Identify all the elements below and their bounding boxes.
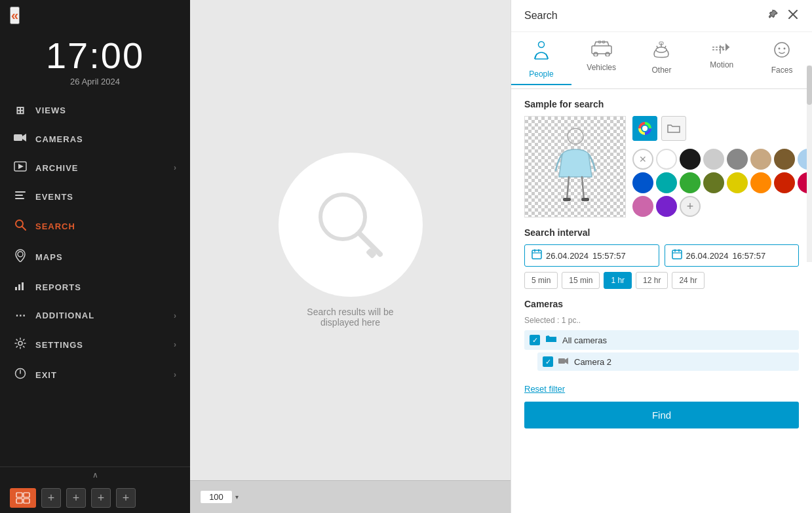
sidebar-item-label: ARCHIVE [35,163,79,173]
panel-title: Search [524,10,558,22]
sidebar-item-reports[interactable]: REPORTS [0,273,190,301]
color-swatch-green[interactable] [680,172,701,193]
add-view-button-3[interactable]: + [91,488,111,508]
exit-chevron: › [174,370,177,379]
svg-rect-19 [24,499,29,503]
sidebar-item-maps[interactable]: MAPS [0,241,190,273]
collapse-button[interactable]: « [10,7,20,24]
color-swatch-purple[interactable] [656,196,677,217]
sidebar-item-settings[interactable]: SETTINGS › [0,330,190,360]
sidebar-item-views[interactable]: ⊞ VIEWS [0,96,190,124]
color-swatch-olive[interactable] [703,172,724,193]
color-swatch-pink[interactable] [632,196,653,217]
quick-time-5min[interactable]: 5 min [524,272,558,289]
camera-row-2[interactable]: Camera 2 [537,352,799,371]
color-swatch-add[interactable]: + [680,196,701,217]
sidebar-item-label: SETTINGS [35,340,83,350]
color-palette: + [632,149,812,217]
sidebar-item-additional[interactable]: ⋯ ADDITIONAL › [0,301,190,330]
sidebar-bottom: ∧ + + + + [0,466,190,513]
color-swatch-gray[interactable] [727,149,748,170]
tab-other[interactable]: Other [632,35,692,85]
tab-people-label: People [529,69,553,79]
svg-rect-0 [14,134,22,141]
close-button[interactable] [787,9,799,23]
scrollbar-thumb[interactable] [807,66,812,105]
tab-faces-label: Faces [771,66,793,75]
svg-line-8 [22,227,26,231]
camera2-checkbox[interactable] [543,356,553,367]
footer-icons-row: + + + + [0,483,190,513]
zoom-value[interactable]: 100 [200,490,233,504]
color-swatch-orange[interactable] [750,172,771,193]
svg-point-44 [568,128,583,144]
all-cameras-checkbox[interactable] [530,335,540,345]
start-date-text: 26.04.2024 [546,251,589,261]
tab-other-label: Other [651,66,671,75]
quick-time-12hr[interactable]: 12 hr [636,272,668,289]
color-swatch-yellow[interactable] [727,172,748,193]
color-picker-button[interactable] [632,116,657,141]
add-view-button-1[interactable]: + [41,488,61,508]
quick-time-15min[interactable]: 15 min [562,272,600,289]
sample-section-title: Sample for search [524,99,799,109]
end-calendar-icon [672,249,682,262]
all-cameras-label: All cameras [562,335,607,345]
quick-time-24hr[interactable]: 24 hr [672,272,704,289]
quick-time-1hr[interactable]: 1 hr [604,272,632,289]
color-swatch-white[interactable] [656,149,677,170]
settings-icon [13,337,28,352]
tab-motion[interactable]: Motion [691,35,752,85]
search-tabs: People Vehicles [511,32,812,89]
reset-filter-link[interactable]: Reset filter [524,384,799,394]
svg-point-42 [779,48,781,50]
tab-vehicles[interactable]: Vehicles [571,35,632,85]
sidebar-item-search[interactable]: SEARCH [0,211,190,241]
sidebar-item-label: EVENTS [35,192,73,202]
color-swatch-tan[interactable] [750,149,771,170]
start-calendar-icon [532,249,542,262]
reports-icon [13,280,28,294]
svg-rect-12 [22,282,24,290]
my-views-thumb[interactable] [10,488,36,508]
pin-button[interactable] [767,8,781,24]
end-date-text: 26.04.2024 [686,251,729,261]
color-swatch-black[interactable] [680,149,701,170]
find-button[interactable]: Find [524,402,799,428]
sidebar-item-archive[interactable]: ARCHIVE › [0,153,190,182]
svg-point-50 [642,126,648,131]
search-results-area: Search results will bedisplayed here [190,0,511,480]
panel-header-actions [767,8,799,24]
folder-open-button[interactable] [661,116,686,141]
archive-chevron: › [174,163,177,172]
panel-header: Search [511,0,812,32]
tab-people[interactable]: People [511,35,571,85]
camera-row-all[interactable]: All cameras [524,330,799,350]
search-icon-circle [279,153,423,297]
color-swatch-lightgray[interactable] [703,149,724,170]
sidebar-item-exit[interactable]: EXIT › [0,360,190,390]
color-swatch-red[interactable] [774,172,795,193]
svg-rect-16 [16,493,22,497]
sidebar-item-events[interactable]: EVENTS [0,182,190,211]
start-datetime-picker[interactable]: 26.04.2024 15:57:57 [524,244,659,267]
svg-rect-51 [532,250,541,259]
color-swatch-brown[interactable] [774,149,795,170]
sidebar-item-cameras[interactable]: CAMERAS [0,124,190,153]
add-view-button-2[interactable]: + [66,488,86,508]
tab-faces[interactable]: Faces [752,35,812,85]
footer-expand-button[interactable]: ∧ [0,467,190,483]
color-swatch-blue[interactable] [632,172,653,193]
search-icon [13,219,28,233]
color-swatch-none[interactable] [632,149,653,170]
date-display: 26 April 2024 [0,77,190,96]
add-view-button-4[interactable]: + [116,488,136,508]
sample-controls: + [632,116,812,217]
color-swatch-teal[interactable] [656,172,677,193]
end-datetime-picker[interactable]: 26.04.2024 16:57:57 [665,244,800,267]
svg-point-41 [775,43,789,57]
zoom-dropdown-arrow[interactable]: ▾ [235,493,239,501]
sidebar: « 17:00 26 April 2024 ⊞ VIEWS CAMERAS AR… [0,0,190,513]
panel-body: Sample for search [511,89,812,513]
zoom-selector[interactable]: 100 ▾ [200,490,239,504]
